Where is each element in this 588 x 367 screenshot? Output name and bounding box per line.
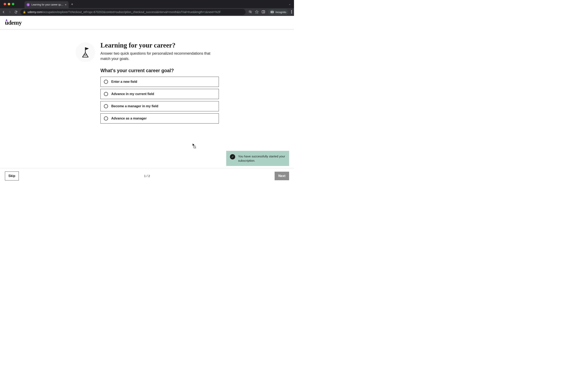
url-host: udemy.com	[27, 10, 42, 14]
content-area: Learning for your career? Answer two qui…	[0, 29, 294, 168]
tab-title: Learning for your career quest	[31, 3, 64, 6]
next-button[interactable]: Next	[275, 172, 289, 180]
incognito-label: Incognito	[276, 11, 286, 14]
option-label: Become a manager in my field	[111, 104, 158, 108]
toolbar: 🔒 udemy.com/occupation/explorer/?checkou…	[0, 8, 294, 16]
radio-icon	[104, 80, 108, 84]
svg-rect-3	[262, 11, 265, 13]
page-viewport: ∧ ûdemy Learning for your career? Answer…	[0, 16, 294, 184]
page-subtext: Answer two quick questions for personali…	[100, 51, 215, 61]
eye-off-icon[interactable]	[249, 10, 252, 14]
svg-point-6	[291, 11, 292, 12]
minimize-window-icon[interactable]	[8, 3, 10, 5]
incognito-badge[interactable]: Incognito	[268, 9, 288, 15]
udemy-logo-text: ûdemy	[5, 19, 22, 26]
svg-point-5	[291, 10, 292, 11]
incognito-icon	[270, 10, 274, 14]
window-controls[interactable]	[4, 3, 14, 5]
goal-flag-icon	[76, 42, 95, 62]
bookmark-star-icon[interactable]	[255, 10, 259, 14]
udemy-logo[interactable]: ∧ ûdemy	[5, 19, 22, 26]
close-window-icon[interactable]	[4, 3, 6, 5]
option-advance-as-manager[interactable]: Advance as a manager	[100, 113, 219, 124]
svg-marker-2	[255, 10, 259, 13]
close-tab-icon[interactable]: ×	[65, 3, 67, 6]
option-label: Advance as a manager	[111, 117, 147, 120]
success-toast: ✓ You have successfully started your sub…	[226, 151, 289, 166]
option-enter-new-field[interactable]: Enter a new field	[100, 77, 219, 87]
udemy-header: ∧ ûdemy	[0, 16, 294, 29]
lock-icon: 🔒	[23, 11, 26, 13]
kebab-menu-icon[interactable]	[291, 10, 292, 14]
step-indicator: 1 / 2	[144, 174, 150, 178]
option-advance-current-field[interactable]: Advance in my current field	[100, 89, 219, 99]
page-headline: Learning for your career?	[100, 42, 219, 49]
udemy-favicon-icon: û	[26, 3, 30, 6]
reload-button[interactable]	[14, 10, 17, 14]
forward-button[interactable]	[8, 10, 11, 14]
url-path: /occupation/explorer/?checkout_ref=spc-6…	[42, 10, 221, 14]
option-become-manager[interactable]: Become a manager in my field	[100, 101, 219, 111]
toast-message: You have successfully started your subsc…	[238, 154, 285, 163]
wizard-footer: Skip 1 / 2 Next	[0, 168, 294, 184]
option-label: Advance in my current field	[111, 92, 154, 96]
radio-icon	[104, 117, 108, 120]
udemy-caret-icon: ∧	[6, 18, 7, 21]
radio-icon	[104, 104, 108, 108]
radio-icon	[104, 92, 108, 96]
maximize-window-icon[interactable]	[12, 3, 14, 5]
browser-tab[interactable]: û Learning for your career quest ×	[25, 1, 69, 8]
side-panel-icon[interactable]	[261, 10, 265, 14]
toolbar-right: Incognito	[249, 9, 292, 15]
back-button[interactable]	[2, 10, 5, 14]
new-tab-button[interactable]: +	[71, 2, 73, 7]
option-label: Enter a new field	[111, 80, 137, 83]
svg-point-7	[291, 13, 292, 13]
skip-button[interactable]: Skip	[5, 171, 19, 180]
tabs-dropdown-icon[interactable]: ⌄	[289, 3, 291, 6]
browser-chrome: û Learning for your career quest × + ⌄ 🔒…	[0, 0, 294, 16]
checkmark-icon: ✓	[230, 154, 235, 159]
tab-strip: û Learning for your career quest × + ⌄	[0, 0, 294, 8]
address-bar[interactable]: 🔒 udemy.com/occupation/explorer/?checkou…	[20, 9, 246, 15]
question-label: What's your current career goal?	[100, 68, 219, 73]
